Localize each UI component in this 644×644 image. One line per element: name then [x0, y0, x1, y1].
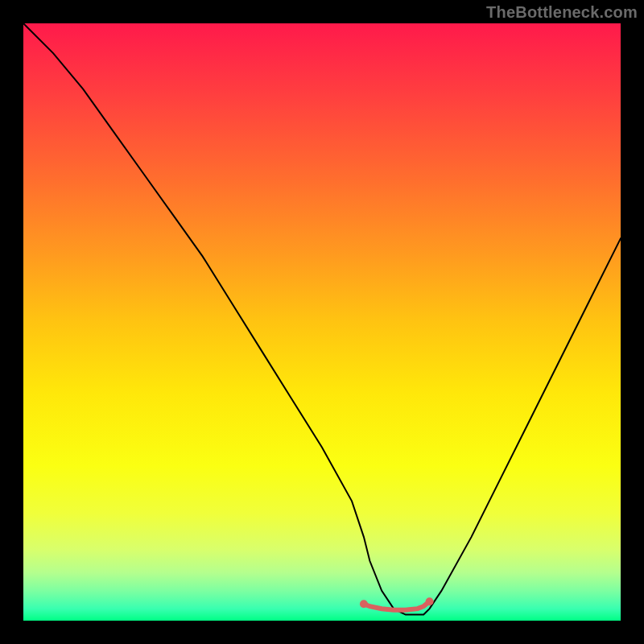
chart-container: TheBottleneck.com	[0, 0, 644, 644]
bottleneck-curve	[23, 23, 621, 615]
optimal-range-line	[364, 601, 430, 609]
curve-layer	[23, 23, 621, 621]
plot-area	[23, 23, 621, 621]
optimal-range-dot	[426, 597, 434, 605]
watermark-text: TheBottleneck.com	[486, 3, 638, 22]
optimal-range-dot	[360, 600, 368, 608]
